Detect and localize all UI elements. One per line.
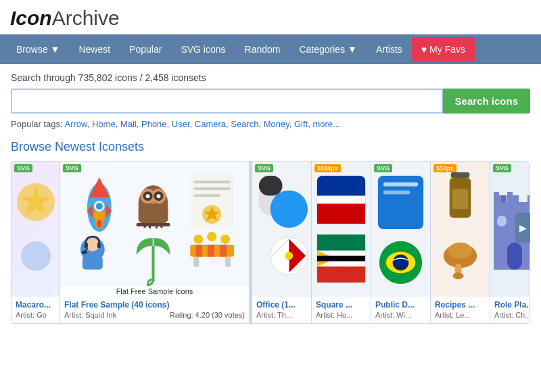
recipes-info: Recipes ... Artist: Le... [431, 297, 490, 323]
public-info: Public D... Artist: Wi... [371, 297, 430, 323]
flat-free-preview [66, 167, 243, 291]
svg-rect-38 [83, 256, 103, 270]
search-intro: Search through 735,802 icons / 2,458 ico… [11, 72, 530, 83]
tag-search[interactable]: Search [231, 119, 258, 129]
svg-rect-64 [383, 182, 418, 187]
svg-marker-4 [89, 177, 110, 197]
badge-px512-recipes: 512px [433, 164, 456, 172]
svg-point-68 [393, 255, 409, 271]
flat-free-name: Flat Free Sample (40 icons) [64, 300, 245, 310]
iconset-office[interactable]: SVG Off [252, 162, 312, 323]
nav-newest[interactable]: Newest [69, 37, 120, 62]
logo-archive-text: Archive [52, 7, 120, 30]
tag-mail[interactable]: Mail [120, 119, 137, 129]
main-content: Search through 735,802 icons / 2,458 ico… [0, 64, 541, 332]
iconset-macaro[interactable]: SVG Macaro... Artist: Go [11, 162, 60, 323]
tag-more[interactable]: more... [312, 119, 339, 129]
search-bar: Search icons [11, 89, 530, 114]
svg-point-51 [270, 191, 308, 228]
tag-gift[interactable]: Gift [294, 119, 308, 129]
svg-rect-42 [208, 245, 214, 257]
badge-svg-public: SVG [374, 164, 392, 172]
tag-arrow[interactable]: Arrow [65, 119, 87, 129]
flat-free-overlay: Flat Free Sample Icons [60, 286, 249, 297]
flat-free-rating-row: Artist: Squid Ink Rating: 4.20 (30 votes… [64, 311, 245, 319]
tag-phone[interactable]: Phone [141, 119, 167, 129]
flat-free-artist: Artist: Squid Ink [64, 311, 116, 319]
svg-rect-60 [317, 266, 365, 283]
badge-svg-role: SVG [493, 164, 511, 172]
svg-point-18 [156, 194, 160, 198]
nav-svg-icons[interactable]: SVG icons [171, 37, 235, 62]
iconset-role-play[interactable]: SVG [490, 162, 530, 323]
public-preview [371, 162, 430, 297]
svg-point-2 [21, 241, 51, 271]
svg-rect-80 [494, 192, 499, 202]
role-play-info: Role Pla... Artist: Ch... [490, 297, 530, 323]
tag-home[interactable]: Home [92, 119, 116, 129]
svg-point-17 [146, 194, 150, 198]
macaro-artist: Artist: Go [16, 311, 55, 319]
search-intro-text: Search through 735,802 icons / 2,458 ico… [11, 72, 206, 83]
macaro-preview [12, 162, 60, 297]
nav-artists[interactable]: Artists [367, 37, 412, 62]
iconsets-wrapper: SVG Macaro... Artist: Go SVG [11, 161, 530, 324]
svg-rect-44 [193, 257, 199, 267]
svg-point-47 [207, 232, 216, 241]
svg-rect-41 [195, 245, 202, 257]
main-nav: Browse ▼ Newest Popular SVG icons Random… [0, 34, 541, 64]
svg-rect-29 [193, 194, 220, 197]
logo[interactable]: IconArchive [10, 7, 120, 30]
search-input[interactable] [11, 89, 443, 114]
svg-rect-37 [82, 251, 87, 254]
logo-icon-text: Icon [10, 7, 52, 30]
office-artist: Artist: Th... [256, 311, 307, 319]
svg-point-7 [96, 203, 103, 210]
office-preview [252, 162, 311, 297]
svg-rect-83 [507, 243, 522, 270]
iconset-square[interactable]: 1024px [312, 162, 371, 323]
role-play-artist: Artist: Ch... [494, 311, 530, 319]
nav-categories[interactable]: Categories ▼ [289, 37, 366, 62]
scroll-next-arrow[interactable]: ▶ [515, 213, 530, 243]
svg-point-73 [448, 243, 473, 259]
svg-rect-84 [497, 216, 507, 226]
svg-rect-81 [501, 195, 507, 202]
badge-svg-flat: SVG [63, 164, 81, 172]
svg-rect-28 [193, 187, 231, 190]
role-play-name: Role Pla... [494, 300, 530, 310]
svg-rect-69 [451, 172, 470, 178]
office-info: Office (1... Artist: Th... [252, 297, 311, 323]
iconset-flat-free[interactable]: SVG [60, 162, 250, 323]
recipes-name: Recipes ... [435, 300, 486, 310]
public-artist: Artist: Wi... [375, 311, 426, 319]
search-button[interactable]: Search icons [443, 89, 530, 114]
nav-random[interactable]: Random [235, 37, 290, 62]
svg-rect-79 [527, 195, 530, 209]
tag-camera[interactable]: Camera [195, 119, 226, 129]
svg-rect-50 [259, 176, 283, 196]
svg-point-46 [193, 235, 203, 244]
macaro-info: Macaro... Artist: Go [11, 297, 60, 323]
iconset-public-d[interactable]: SVG Public D... Artist: [371, 162, 431, 323]
tag-money[interactable]: Money [264, 119, 289, 129]
svg-rect-71 [452, 189, 469, 210]
svg-rect-45 [225, 257, 231, 267]
browse-title: Browse Newest Iconsets [11, 140, 530, 154]
nav-browse[interactable]: Browse ▼ [7, 37, 69, 62]
svg-rect-65 [383, 191, 410, 195]
recipes-preview [431, 162, 490, 297]
recipes-artist: Artist: Le... [435, 311, 486, 319]
macaro-name: Macaro... [16, 300, 55, 310]
square-preview [312, 162, 371, 297]
badge-px1024-square: 1024px [314, 164, 341, 172]
nav-my-favs[interactable]: ♥ My Favs [412, 37, 475, 62]
iconset-recipes[interactable]: 512px Recipes ... Artis [431, 162, 490, 323]
svg-rect-43 [220, 245, 227, 257]
nav-popular[interactable]: Popular [120, 37, 171, 62]
public-name: Public D... [375, 300, 426, 310]
tag-user[interactable]: User [172, 119, 190, 129]
badge-svg-macaro: SVG [14, 164, 32, 172]
svg-point-75 [453, 272, 464, 279]
svg-rect-35 [97, 243, 101, 248]
